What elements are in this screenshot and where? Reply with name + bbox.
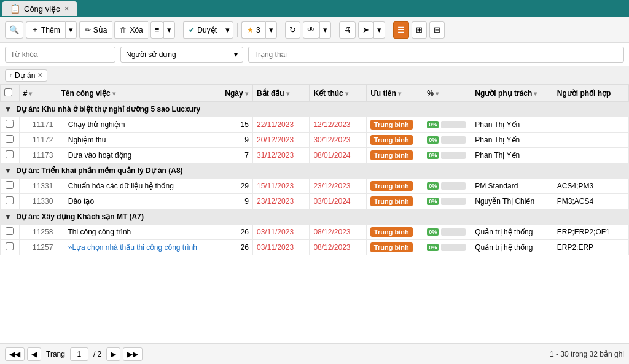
next-page-button[interactable]: ▶ — [106, 347, 120, 361]
table-row[interactable]: 11173 Đưa vào hoạt động 7 31/12/2023 08/… — [1, 148, 629, 163]
first-page-button[interactable]: ◀◀ — [5, 347, 25, 361]
collapse-icon[interactable]: ▼ — [4, 212, 12, 221]
row-days: 9 — [221, 133, 253, 148]
star-dropdown[interactable]: ▾ — [265, 21, 277, 39]
row-checkbox[interactable] — [6, 242, 14, 250]
row-name[interactable]: Thi công công trình — [57, 225, 221, 240]
star-btn-group: ★ 3 ▾ — [241, 21, 277, 39]
row-checkbox[interactable] — [6, 196, 14, 204]
forward-dropdown[interactable]: ▾ — [373, 21, 385, 39]
tab-cong-viec[interactable]: 📋 Công việc ✕ — [2, 1, 77, 16]
table-row[interactable]: 11330 Đào tạo 9 23/12/2023 03/01/2024 Tr… — [1, 194, 629, 209]
row-collaborator: ACS4;PM3 — [553, 179, 628, 194]
add-dropdown[interactable]: ▾ — [65, 21, 77, 39]
table-row[interactable]: 11171 Chạy thử nghiệm 15 22/11/2023 12/1… — [1, 117, 629, 133]
row-name[interactable]: »Lựa chọn nhà thầu thi công công trình — [57, 240, 221, 255]
header-assignee-label: Người phụ trách — [475, 89, 532, 98]
tab-close-icon[interactable]: ✕ — [64, 5, 69, 13]
delete-icon: 🗑 — [120, 26, 127, 34]
row-checkbox[interactable] — [6, 135, 14, 143]
collapse-icon[interactable]: ▼ — [4, 105, 12, 114]
row-name[interactable]: Chuẩn hóa các dữ liệu hệ thống — [57, 179, 221, 194]
group-row[interactable]: ▼ Dự án: Triển khai phần mềm quản lý Dự … — [1, 163, 629, 179]
forward-button[interactable]: ➤ — [358, 21, 373, 39]
row-start: 03/11/2023 — [253, 225, 310, 240]
list-view-button[interactable]: ☰ — [393, 21, 409, 39]
delete-label: Xóa — [130, 26, 143, 34]
approve-button[interactable]: ✔ Duyệt — [183, 21, 222, 39]
row-checkbox-cell — [1, 194, 20, 209]
search-icon: 🔍 — [9, 25, 19, 34]
task-name-label[interactable]: »Lựa chọn nhà thầu thi công công trình — [68, 243, 197, 252]
pagination: ◀◀ ◀ Trang / 2 ▶ ▶▶ 1 - 30 trong 32 bản … — [0, 343, 629, 364]
header-priority-filter-icon[interactable]: ▾ — [398, 90, 401, 97]
approve-icon: ✔ — [189, 26, 195, 34]
task-name-label: Chạy thử nghiệm — [68, 120, 125, 129]
header-start-filter-icon[interactable]: ▾ — [286, 90, 289, 97]
header-assignee-filter-icon[interactable]: ▾ — [534, 90, 537, 97]
last-page-button[interactable]: ▶▶ — [123, 347, 143, 361]
progress-bar-container — [441, 182, 466, 190]
collapse-icon[interactable]: ▼ — [4, 166, 12, 175]
keyword-input[interactable] — [5, 47, 115, 63]
row-checkbox-cell — [1, 148, 20, 163]
header-days-filter-icon[interactable]: ▾ — [245, 90, 248, 97]
grid-view-button[interactable]: ⊞ — [412, 21, 427, 39]
tab-bar: 📋 Công việc ✕ — [0, 0, 629, 17]
approve-dropdown[interactable]: ▾ — [222, 21, 233, 39]
row-name[interactable]: Đưa vào hoạt động — [57, 148, 221, 163]
row-assignee: Phan Thị Yến — [471, 148, 553, 163]
menu-dropdown[interactable]: ▾ — [163, 21, 175, 39]
delete-button[interactable]: 🗑 Xóa — [114, 21, 147, 39]
group-row[interactable]: ▼ Dự án: Khu nhà ở biệt thự nghỉ dưỡng 5… — [1, 102, 629, 117]
row-start: 15/11/2023 — [253, 179, 310, 194]
row-checkbox[interactable] — [6, 150, 14, 158]
menu-button[interactable]: ≡ — [150, 21, 164, 39]
eye-dropdown[interactable]: ▾ — [319, 21, 331, 39]
row-collaborator: ERP;ERP2;OF1 — [553, 225, 628, 240]
eye-button[interactable]: 👁 — [303, 21, 319, 39]
edit-button[interactable]: ✏ Sửa — [79, 21, 112, 39]
row-checkbox[interactable] — [6, 181, 14, 189]
separator-5 — [389, 23, 389, 37]
header-name-filter-icon[interactable]: ▾ — [112, 90, 115, 97]
row-progress: 0% — [423, 225, 471, 240]
header-progress-filter-icon[interactable]: ▾ — [436, 90, 439, 97]
progress-bar-container — [441, 121, 466, 128]
add-button[interactable]: ＋ Thêm — [26, 21, 65, 39]
header-end-filter-icon[interactable]: ▾ — [345, 90, 348, 97]
chart-view-button[interactable]: ⊟ — [429, 21, 445, 39]
user-dropdown[interactable]: Người sử dụng ▾ — [120, 47, 243, 63]
row-id: 11171 — [19, 117, 57, 133]
status-input[interactable] — [248, 47, 624, 63]
delete-btn-group: 🗑 Xóa — [114, 21, 147, 39]
select-all-checkbox[interactable] — [4, 88, 12, 96]
prev-page-button[interactable]: ◀ — [27, 347, 41, 361]
row-end: 08/12/2023 — [310, 240, 366, 255]
search-button[interactable]: 🔍 — [5, 21, 23, 39]
table-row[interactable]: 11331 Chuẩn hóa các dữ liệu hệ thống 29 … — [1, 179, 629, 194]
header-id-filter-icon[interactable]: ▾ — [29, 90, 32, 97]
star-button[interactable]: ★ 3 — [241, 21, 265, 39]
row-checkbox[interactable] — [6, 120, 14, 128]
page-number-input[interactable] — [70, 347, 88, 361]
forward-btn-group: ➤ ▾ — [358, 21, 385, 39]
refresh-button[interactable]: ↻ — [285, 21, 300, 39]
forward-icon: ➤ — [362, 25, 369, 34]
progress-icon: 0% — [427, 244, 439, 251]
row-checkbox[interactable] — [6, 227, 14, 235]
row-name[interactable]: Đào tạo — [57, 194, 221, 209]
row-name[interactable]: Nghiệm thu — [57, 133, 221, 148]
table-row[interactable]: 11257 »Lựa chọn nhà thầu thi công công t… — [1, 240, 629, 255]
first-page-icon: ◀◀ — [9, 350, 20, 358]
table-row[interactable]: 11172 Nghiệm thu 9 20/12/2023 30/12/2023… — [1, 133, 629, 148]
row-checkbox-cell — [1, 240, 20, 255]
row-checkbox-cell — [1, 133, 20, 148]
print-button[interactable]: 🖨 — [339, 21, 356, 39]
table-row[interactable]: 11258 Thi công công trình 26 03/11/2023 … — [1, 225, 629, 240]
row-name[interactable]: Chạy thử nghiệm — [57, 117, 221, 133]
row-days: 9 — [221, 194, 253, 209]
group-row[interactable]: ▼ Dự án: Xây dựng Khách sạn MT (A7) — [1, 209, 629, 225]
project-filter-close[interactable]: ✕ — [37, 71, 43, 79]
project-filter-tag[interactable]: ↑ Dự án ✕ — [5, 69, 47, 82]
